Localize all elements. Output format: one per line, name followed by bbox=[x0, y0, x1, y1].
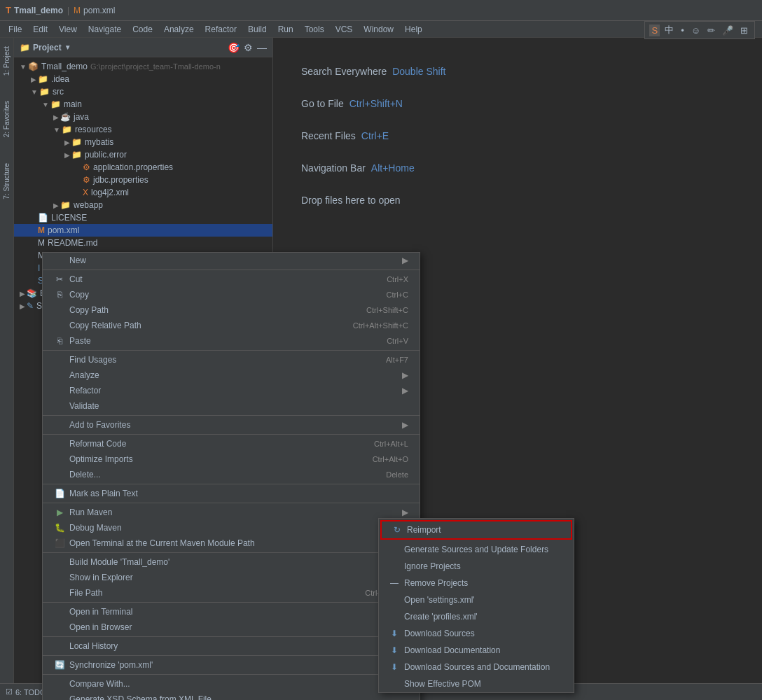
submenu-create-profiles[interactable]: Create 'profiles.xml' bbox=[379, 608, 574, 625]
ctx-delete-label: Delete... bbox=[69, 470, 380, 479]
ime-s-btn[interactable]: S bbox=[649, 24, 660, 36]
ctx-validate[interactable]: Validate bbox=[43, 398, 420, 414]
ctx-debug-maven[interactable]: 🐛 Debug Maven ▶ bbox=[43, 520, 420, 536]
ctx-refactor[interactable]: Refactor ▶ bbox=[43, 383, 420, 398]
menu-help[interactable]: Help bbox=[399, 23, 428, 36]
ctx-paste[interactable]: ⎗ Paste Ctrl+V bbox=[43, 333, 420, 349]
submenu-ignore[interactable]: Ignore Projects bbox=[379, 558, 574, 575]
ime-smile-btn[interactable]: ☺ bbox=[689, 24, 702, 36]
panel-dropdown-arrow[interactable]: ▼ bbox=[64, 43, 71, 51]
ime-dot-btn[interactable]: • bbox=[679, 24, 686, 36]
arrow-public-error: ▶ bbox=[64, 151, 70, 159]
tree-item-license[interactable]: ▶ 📄 LICENSE bbox=[14, 211, 272, 224]
menu-edit[interactable]: Edit bbox=[27, 23, 53, 36]
ctx-file-path[interactable]: File Path Ctrl+Alt+F12 bbox=[43, 585, 420, 601]
ctx-refactor-arrow: ▶ bbox=[402, 386, 408, 396]
ctx-mark-plain[interactable]: 📄 Mark as Plain Text bbox=[43, 486, 420, 501]
menu-run[interactable]: Run bbox=[272, 23, 299, 36]
ctx-compare-with[interactable]: Compare With... Ctrl+D bbox=[43, 676, 420, 692]
submenu-download-sources[interactable]: ⬇ Download Sources bbox=[379, 625, 574, 642]
icon-resources: 📁 bbox=[62, 125, 72, 134]
menu-code[interactable]: Code bbox=[127, 23, 158, 36]
submenu-show-pom[interactable]: Show Effective POM bbox=[379, 676, 574, 692]
ctx-reformat[interactable]: Reformat Code Ctrl+Alt+L bbox=[43, 436, 420, 451]
ctx-delete[interactable]: Delete... Delete bbox=[43, 467, 420, 482]
menu-window[interactable]: Window bbox=[358, 23, 399, 36]
menu-vcs[interactable]: VCS bbox=[330, 23, 359, 36]
tree-item-jdbc-props[interactable]: ▶ ⚙ jdbc.properties bbox=[14, 174, 272, 186]
tree-item-src[interactable]: ▼ 📁 src bbox=[14, 85, 272, 98]
ime-grid-btn[interactable]: ⊞ bbox=[738, 24, 750, 36]
submenu-open-settings[interactable]: Open 'settings.xml' bbox=[379, 592, 574, 608]
hint-search-everywhere: Search Everywhere Double Shift bbox=[301, 66, 445, 77]
panel-icon-locate[interactable]: 🎯 bbox=[228, 42, 240, 53]
arrow-main: ▼ bbox=[42, 101, 49, 108]
ime-cn-btn[interactable]: 中 bbox=[663, 23, 676, 37]
ctx-cut[interactable]: ✂ Cut Ctrl+X bbox=[43, 272, 420, 287]
ctx-optimize[interactable]: Optimize Imports Ctrl+Alt+O bbox=[43, 451, 420, 467]
tree-item-public-error[interactable]: ▶ 📁 public.error bbox=[14, 148, 272, 161]
ctx-local-history[interactable]: Local History ▶ bbox=[43, 638, 420, 654]
reimport-box: ↻ Reimport bbox=[380, 520, 572, 540]
menu-tools[interactable]: Tools bbox=[299, 23, 330, 36]
ctx-show-explorer[interactable]: Show in Explorer bbox=[43, 570, 420, 585]
tree-item-readme[interactable]: ▶ M README.md bbox=[14, 237, 272, 249]
tree-item-application-props[interactable]: ▶ ⚙ application.properties bbox=[14, 161, 272, 174]
ctx-copy-rel[interactable]: Copy Relative Path Ctrl+Alt+Shift+C bbox=[43, 318, 420, 333]
ctx-new[interactable]: New ▶ bbox=[43, 253, 420, 268]
tree-item-idea[interactable]: ▶ 📁 .idea bbox=[14, 73, 272, 85]
ctx-copy[interactable]: ⎘ Copy Ctrl+C bbox=[43, 287, 420, 302]
reimport-icon: ↻ bbox=[392, 525, 403, 535]
ctx-add-favorites[interactable]: Add to Favorites ▶ bbox=[43, 417, 420, 433]
tree-item-tmall-demo[interactable]: ▼ 📦 Tmall_demo G:\project\project_team-T… bbox=[14, 60, 272, 73]
ctx-find-usages[interactable]: Find Usages Alt+F7 bbox=[43, 352, 420, 368]
menu-navigate[interactable]: Navigate bbox=[83, 23, 127, 36]
ime-pen-btn[interactable]: ✏ bbox=[705, 24, 717, 36]
ctx-copy-path-label: Copy Path bbox=[69, 305, 361, 315]
tree-item-main[interactable]: ▼ 📁 main bbox=[14, 98, 272, 111]
ctx-open-browser[interactable]: Open in Browser ▶ bbox=[43, 620, 420, 635]
tree-item-resources[interactable]: ▼ 📁 resources bbox=[14, 123, 272, 136]
ctx-copy-path[interactable]: Copy Path Ctrl+Shift+C bbox=[43, 302, 420, 318]
label-src: src bbox=[53, 87, 64, 97]
submenu-reimport[interactable]: ↻ Reimport bbox=[382, 522, 571, 538]
sidebar-tab-project[interactable]: 1: Project bbox=[1, 41, 12, 81]
status-todo[interactable]: ☑ 6: TODO bbox=[6, 687, 46, 696]
ctx-gen-xsd[interactable]: Generate XSD Schema from XML File... bbox=[43, 692, 420, 700]
hint-search-keys: Double Shift bbox=[392, 66, 445, 77]
tree-item-log4j2[interactable]: ▶ X log4j2.xml bbox=[14, 186, 272, 199]
ctx-build-module[interactable]: Build Module 'Tmall_demo' bbox=[43, 554, 420, 570]
tree-item-mybatis[interactable]: ▶ 📁 mybatis bbox=[14, 136, 272, 148]
submenu-download-docs[interactable]: ⬇ Download Documentation bbox=[379, 642, 574, 659]
label-resources: resources bbox=[75, 125, 112, 134]
menu-file[interactable]: File bbox=[3, 23, 27, 36]
ctx-cut-icon: ✂ bbox=[54, 274, 65, 284]
sidebar-tab-structure[interactable]: 7: Structure bbox=[1, 158, 12, 205]
menu-view[interactable]: View bbox=[53, 23, 83, 36]
ctx-open-terminal-maven[interactable]: ⬛ Open Terminal at the Current Maven Mod… bbox=[43, 536, 420, 551]
icon-src: 📁 bbox=[39, 87, 50, 97]
submenu-generate-sources[interactable]: Generate Sources and Update Folders bbox=[379, 541, 574, 558]
ctx-optimize-label: Optimize Imports bbox=[69, 454, 367, 464]
ctx-synchronize[interactable]: 🔄 Synchronize 'pom.xml' bbox=[43, 657, 420, 673]
ctx-sep2 bbox=[43, 350, 420, 351]
ctx-open-in-terminal[interactable]: Open in Terminal bbox=[43, 604, 420, 620]
panel-icon-close[interactable]: — bbox=[257, 42, 267, 53]
submenu-download-both[interactable]: ⬇ Download Sources and Documentation bbox=[379, 659, 574, 676]
ime-mic-btn[interactable]: 🎤 bbox=[720, 24, 735, 36]
menu-refactor[interactable]: Refactor bbox=[200, 23, 242, 36]
tree-item-java[interactable]: ▶ ☕ java bbox=[14, 111, 272, 123]
menu-analyze[interactable]: Analyze bbox=[158, 23, 200, 36]
sidebar-tab-favorites[interactable]: 2: Favorites bbox=[1, 95, 12, 143]
tree-item-pom[interactable]: ▶ M pom.xml bbox=[14, 224, 272, 237]
icon-log4j2: X bbox=[83, 188, 88, 197]
ctx-find-label: Find Usages bbox=[69, 355, 380, 365]
ctx-run-maven[interactable]: ▶ Run Maven ▶ bbox=[43, 505, 420, 520]
menu-build[interactable]: Build bbox=[242, 23, 272, 36]
submenu-remove[interactable]: — Remove Projects bbox=[379, 575, 574, 592]
icon-mybatis: 📁 bbox=[71, 137, 82, 147]
ime-toolbar: S 中 • ☺ ✏ 🎤 ⊞ bbox=[644, 21, 755, 39]
panel-icon-settings[interactable]: ⚙ bbox=[244, 42, 253, 53]
ctx-analyze[interactable]: Analyze ▶ bbox=[43, 368, 420, 383]
tree-item-webapp[interactable]: ▶ 📁 webapp bbox=[14, 199, 272, 211]
